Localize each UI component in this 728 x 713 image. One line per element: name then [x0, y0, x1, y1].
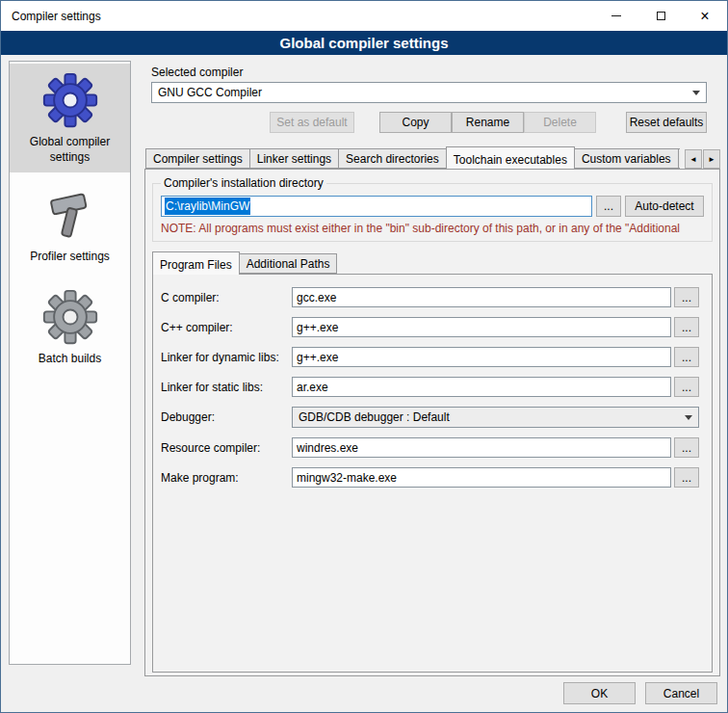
compiler-settings-dialog: Compiler settings × Global compiler sett… [0, 0, 728, 713]
static-linker-label: Linker for static libs: [161, 381, 292, 394]
static-linker-browse-button[interactable]: ... [674, 377, 699, 397]
dialog-header: Global compiler settings [1, 31, 727, 55]
compiler-action-row: Set as default Copy Rename Delete Reset … [151, 112, 707, 133]
autodetect-button[interactable]: Auto-detect [625, 196, 704, 217]
sidebar-item-global-compiler-settings[interactable]: Global compiler settings [10, 64, 130, 172]
tab-scroll-left-button[interactable]: ◄ [685, 149, 702, 169]
main-panel: Selected compiler GNU GCC Compiler Set a… [144, 60, 720, 676]
install-dir-selected-text: C:\raylib\MinGW [165, 198, 250, 215]
ok-button[interactable]: OK [563, 682, 636, 704]
debugger-combobox[interactable]: GDB/CDB debugger : Default [292, 407, 699, 428]
tab-compiler-settings[interactable]: Compiler settings [145, 148, 250, 169]
cpp-compiler-input[interactable] [292, 317, 671, 337]
minimize-button[interactable] [594, 1, 638, 31]
dynamic-linker-browse-button[interactable]: ... [674, 347, 699, 367]
cpp-compiler-label: C++ compiler: [161, 321, 292, 334]
dynamic-linker-row: Linker for dynamic libs: ... [161, 347, 699, 367]
delete-button[interactable]: Delete [524, 112, 596, 133]
tab-custom-variables[interactable]: Custom variables [574, 148, 679, 169]
make-program-browse-button[interactable]: ... [674, 467, 699, 488]
compiler-combobox-value: GNU GCC Compiler [158, 86, 262, 99]
tab-additional-paths[interactable]: Additional Paths [239, 253, 338, 274]
program-tabstrip: Program Files Additional Paths [152, 251, 719, 274]
settings-sidebar: Global compiler settings Profiler settin… [9, 61, 131, 665]
tab-scroll-buttons: ◄ ► [684, 149, 720, 169]
close-icon: × [700, 9, 709, 24]
make-program-input[interactable] [292, 467, 671, 488]
tab-build-options-truncated[interactable]: Builc [678, 148, 680, 169]
reset-defaults-button[interactable]: Reset defaults [626, 112, 707, 133]
static-linker-input[interactable] [292, 377, 671, 397]
cpp-compiler-browse-button[interactable]: ... [674, 317, 699, 337]
tab-toolchain-executables[interactable]: Toolchain executables [446, 146, 575, 169]
c-compiler-label: C compiler: [161, 291, 292, 304]
install-dir-browse-button[interactable]: ... [596, 196, 621, 217]
program-files-page: C compiler: ... C++ compiler: ... Linker… [152, 274, 713, 673]
cancel-button[interactable]: Cancel [645, 682, 717, 704]
sidebar-item-label: Profiler settings [30, 250, 110, 265]
debugger-combobox-value: GDB/CDB debugger : Default [299, 410, 450, 424]
dialog-header-title: Global compiler settings [279, 35, 448, 51]
minimize-icon [611, 15, 621, 16]
maximize-button[interactable] [638, 1, 683, 31]
arrow-right-icon: ► [708, 155, 715, 164]
set-as-default-button[interactable]: Set as default [270, 112, 354, 133]
gear-gray-icon [41, 288, 99, 346]
window-title: Compiler settings [1, 10, 101, 23]
debugger-row: Debugger: GDB/CDB debugger : Default [161, 407, 699, 428]
dynamic-linker-label: Linker for dynamic libs: [161, 351, 292, 364]
make-program-row: Make program: ... [161, 467, 699, 488]
resource-compiler-row: Resource compiler: ... [161, 437, 699, 458]
install-dir-note: NOTE: All programs must exist either in … [161, 222, 704, 235]
cpp-compiler-row: C++ compiler: ... [161, 317, 699, 337]
sidebar-item-label: Batch builds [39, 352, 101, 367]
make-program-label: Make program: [161, 471, 292, 485]
dialog-footer: OK Cancel [563, 682, 717, 704]
debugger-label: Debugger: [161, 410, 292, 424]
install-dir-group: Compiler's installation directory C:\ray… [152, 176, 713, 242]
maximize-icon [657, 12, 665, 20]
compiler-combobox[interactable]: GNU GCC Compiler [151, 82, 707, 103]
chevron-down-icon [679, 408, 698, 427]
tab-program-files[interactable]: Program Files [152, 251, 240, 275]
resource-compiler-label: Resource compiler: [161, 441, 292, 455]
selected-compiler-label: Selected compiler [151, 66, 720, 79]
close-button[interactable]: × [683, 1, 727, 31]
tab-search-directories[interactable]: Search directories [338, 148, 447, 169]
copy-button[interactable]: Copy [379, 112, 452, 133]
install-dir-group-label: Compiler's installation directory [161, 176, 326, 190]
arrow-left-icon: ◄ [689, 155, 697, 164]
static-linker-row: Linker for static libs: ... [161, 377, 699, 397]
sidebar-item-label: Global compiler settings [12, 135, 128, 165]
c-compiler-browse-button[interactable]: ... [674, 287, 699, 307]
chevron-down-icon [687, 83, 706, 102]
profiler-tool-icon [43, 188, 97, 244]
toolchain-executables-page: Compiler's installation directory C:\ray… [144, 169, 720, 676]
tab-scroll-right-button[interactable]: ► [703, 149, 720, 169]
settings-tabstrip: Compiler settings Linker settings Search… [144, 146, 720, 169]
install-dir-input[interactable]: C:\raylib\MinGW [161, 196, 592, 217]
resource-compiler-input[interactable] [292, 437, 671, 458]
install-dir-row: C:\raylib\MinGW ... Auto-detect [161, 196, 704, 217]
window-controls: × [594, 1, 727, 31]
sidebar-item-batch-builds[interactable]: Batch builds [10, 280, 130, 375]
tab-linker-settings[interactable]: Linker settings [249, 148, 339, 169]
settings-tabs: Compiler settings Linker settings Search… [145, 146, 680, 169]
gear-blue-icon [41, 71, 99, 129]
dynamic-linker-input[interactable] [292, 347, 671, 367]
sidebar-item-profiler-settings[interactable]: Profiler settings [10, 180, 130, 273]
c-compiler-row: C compiler: ... [161, 287, 699, 307]
titlebar: Compiler settings × [1, 1, 727, 31]
c-compiler-input[interactable] [292, 287, 671, 307]
resource-compiler-browse-button[interactable]: ... [674, 437, 699, 458]
rename-button[interactable]: Rename [452, 112, 524, 133]
